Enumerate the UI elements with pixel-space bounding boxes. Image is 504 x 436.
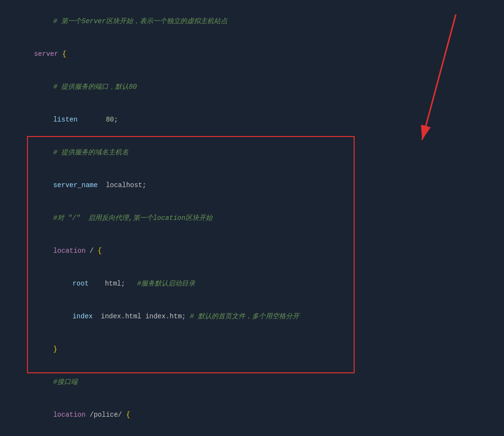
code-line: listen 80; [0, 103, 504, 136]
code-line: # 提供服务的端口，默认80 [0, 70, 504, 103]
code-line: server { [0, 38, 504, 70]
code-line: # 第一个Server区块开始，表示一个独立的虚拟主机站点 [0, 5, 504, 38]
code-line: proxy_pass http://192.168.1.182:8852/pol… [0, 431, 504, 436]
code-line: location /police/ { [0, 398, 504, 431]
code-line: server_name localhost; [0, 169, 504, 202]
code-line: #对 "/" 启用反向代理,第一个location区块开始 [0, 202, 504, 234]
code-line: } [0, 333, 504, 366]
code-line: #接口端 [0, 366, 504, 398]
code-line: root html; #服务默认启动目录 [0, 267, 504, 300]
code-line: location / { [0, 234, 504, 267]
code-line: index index.html index.htm; # 默认的首页文件，多个… [0, 300, 504, 333]
code-line: # 提供服务的域名主机名 [0, 136, 504, 169]
code-editor: # 第一个Server区块开始，表示一个独立的虚拟主机站点 server { #… [0, 0, 504, 436]
